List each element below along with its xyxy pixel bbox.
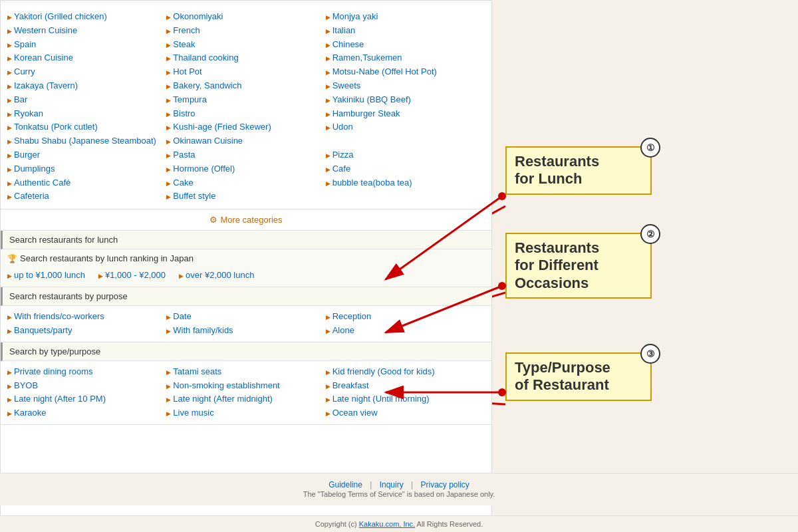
callout-3-text: Type/Purposeof Restaurant xyxy=(515,359,610,393)
search-lunch-label: Search restaurants for lunch xyxy=(9,235,118,245)
category-link[interactable]: Non-smoking establishment xyxy=(166,379,325,393)
category-link[interactable]: Motsu-Nabe (Offel Hot Pot) xyxy=(326,65,485,79)
category-link[interactable]: Steak xyxy=(166,38,325,52)
category-section: Yakitori (Grilled chicken)Western Cuisin… xyxy=(1,6,491,209)
category-col-1: Yakitori (Grilled chicken)Western Cuisin… xyxy=(7,10,166,203)
category-link[interactable]: Bakery, Sandwich xyxy=(166,79,325,93)
category-link[interactable]: Authentic Café xyxy=(7,176,166,190)
category-link[interactable]: Thailand cooking xyxy=(166,51,325,65)
category-link[interactable]: Italian xyxy=(326,24,485,38)
category-link[interactable]: Live music xyxy=(166,406,325,420)
privacy-link[interactable]: Privacy policy xyxy=(421,480,469,489)
ranking-section: Search restaurants by lunch ranking in J… xyxy=(1,249,491,287)
category-link[interactable]: Kushi-age (Fried Skewer) xyxy=(166,120,325,134)
copyright-text: Copyright (c) Kakaku.com, Inc. All Right… xyxy=(315,520,483,528)
category-link[interactable]: Yakiniku (BBQ Beef) xyxy=(326,93,485,107)
category-link[interactable]: Western Cuisine xyxy=(7,24,166,38)
category-link[interactable]: Cafeteria xyxy=(7,190,166,203)
category-link[interactable]: Okonomiyaki xyxy=(166,10,325,24)
category-link[interactable]: Banquets/party xyxy=(7,324,166,338)
inquiry-link[interactable]: Inquiry xyxy=(380,480,404,489)
type-row: Private dining roomsBYOBLate night (Afte… xyxy=(7,365,485,420)
category-link[interactable]: BYOB xyxy=(7,379,166,393)
callout-1-text: Restaurantsfor Lunch xyxy=(515,153,599,187)
category-link[interactable]: Spain xyxy=(7,38,166,52)
category-link[interactable]: Korean Cuisine xyxy=(7,51,166,65)
circle-number-2: ② xyxy=(640,224,660,244)
category-link[interactable]: Hormone (Offel) xyxy=(166,162,325,176)
category-link[interactable]: French xyxy=(166,24,325,38)
category-link[interactable]: Shabu Shabu (Japanese Steamboat) xyxy=(7,134,166,148)
category-col-3: Monjya yakiItalianChineseRamen,TsukemenM… xyxy=(326,10,485,203)
category-link[interactable]: Late night (After 10 PM) xyxy=(7,392,166,406)
type-col-2: Tatami seatsNon-smoking establishmentLat… xyxy=(166,365,325,420)
category-link[interactable]: Sweets xyxy=(326,79,485,93)
category-row: Yakitori (Grilled chicken)Western Cuisin… xyxy=(7,10,485,203)
category-link[interactable]: Okinawan Cuisine xyxy=(166,134,325,148)
category-link[interactable]: Date xyxy=(166,310,325,324)
category-col-2: OkonomiyakiFrenchSteakThailand cookingHo… xyxy=(166,10,325,203)
more-categories-link[interactable]: More categories xyxy=(209,215,282,225)
category-link[interactable]: Yakitori (Grilled chicken) xyxy=(7,10,166,24)
category-link[interactable]: Monjya yaki xyxy=(326,10,485,24)
category-link[interactable]: Tempura xyxy=(166,93,325,107)
category-link[interactable]: With family/kids xyxy=(166,324,325,338)
category-link[interactable]: Tatami seats xyxy=(166,365,325,379)
category-link[interactable]: With friends/co-workers xyxy=(7,310,166,324)
category-link[interactable]: Burger xyxy=(7,148,166,162)
price-link[interactable]: over ¥2,000 lunch xyxy=(179,270,254,280)
price-link[interactable]: ¥1,000 - ¥2,000 xyxy=(98,270,166,280)
callout-restaurants-occasions: ② Restaurantsfor DifferentOccasions xyxy=(505,233,652,299)
category-link[interactable]: Private dining rooms xyxy=(7,365,166,379)
category-link[interactable]: Late night (Until morning) xyxy=(326,392,485,406)
search-purpose-header: Search restaurants by purpose xyxy=(1,287,491,306)
category-link[interactable]: Hamburger Steak xyxy=(326,107,485,121)
category-link[interactable]: Reception xyxy=(326,310,485,324)
category-link[interactable]: Ryokan xyxy=(7,107,166,121)
category-link[interactable]: Hot Pot xyxy=(166,65,325,79)
circle-number-3: ③ xyxy=(640,344,660,364)
purpose-col-1: With friends/co-workersBanquets/party xyxy=(7,310,166,338)
category-link[interactable]: Chinese xyxy=(326,38,485,52)
footer-copyright: Copyright (c) Kakaku.com, Inc. All Right… xyxy=(0,515,798,532)
category-link[interactable]: Tonkatsu (Pork cutlet) xyxy=(7,120,166,134)
terms-note: The "Tabelog Terms of Service" is based … xyxy=(303,490,495,498)
category-link[interactable]: Ramen,Tsukemen xyxy=(326,51,485,65)
category-link[interactable]: bubble tea(boba tea) xyxy=(326,176,485,190)
purpose-row: With friends/co-workersBanquets/party Da… xyxy=(7,310,485,338)
type-col-1: Private dining roomsBYOBLate night (Afte… xyxy=(7,365,166,420)
svg-line-1 xyxy=(492,206,505,279)
search-purpose-label: Search restaurants by purpose xyxy=(9,291,128,301)
category-link[interactable]: Pizza xyxy=(326,148,485,162)
guideline-link[interactable]: Guideline xyxy=(329,480,362,489)
category-link[interactable]: Udon xyxy=(326,120,485,134)
category-link[interactable]: Cafe xyxy=(326,162,485,176)
kakaku-link[interactable]: Kakaku.com, Inc. xyxy=(359,520,415,528)
footer-links: Guideline | Inquiry | Privacy policy The… xyxy=(0,473,798,505)
ranking-title: Search restaurants by lunch ranking in J… xyxy=(7,253,485,263)
category-link[interactable]: Ocean view xyxy=(326,406,485,420)
category-link[interactable]: Bistro xyxy=(166,107,325,121)
category-link[interactable]: Curry xyxy=(7,65,166,79)
price-link[interactable]: up to ¥1,000 lunch xyxy=(7,270,85,280)
callout-2-text: Restaurantsfor DifferentOccasions xyxy=(515,239,599,291)
category-link[interactable]: Late night (After midnight) xyxy=(166,392,325,406)
category-link[interactable]: Cake xyxy=(166,176,325,190)
category-link[interactable]: Buffet style xyxy=(166,190,325,203)
category-link[interactable]: Bar xyxy=(7,93,166,107)
search-type-label: Search by type/purpose xyxy=(9,346,100,356)
category-link[interactable]: Karaoke xyxy=(7,406,166,420)
category-link[interactable]: Izakaya (Tavern) xyxy=(7,79,166,93)
category-link[interactable]: Dumplings xyxy=(7,162,166,176)
svg-line-2 xyxy=(492,293,505,332)
category-link[interactable]: Breakfast xyxy=(326,379,485,393)
callout-type-purpose: ③ Type/Purposeof Restaurant xyxy=(505,352,652,401)
category-link[interactable]: Kid friendly (Good for kids) xyxy=(326,365,485,379)
category-link[interactable]: Pasta xyxy=(166,148,325,162)
right-panel: ① Restaurantsfor Lunch ② Restaurantsfor … xyxy=(492,0,798,532)
type-col-3: Kid friendly (Good for kids)BreakfastLat… xyxy=(326,365,485,420)
type-section: Private dining roomsBYOBLate night (Afte… xyxy=(1,361,491,425)
search-lunch-header: Search restaurants for lunch xyxy=(1,231,491,249)
purpose-col-3: ReceptionAlone xyxy=(326,310,485,338)
category-link[interactable]: Alone xyxy=(326,324,485,338)
